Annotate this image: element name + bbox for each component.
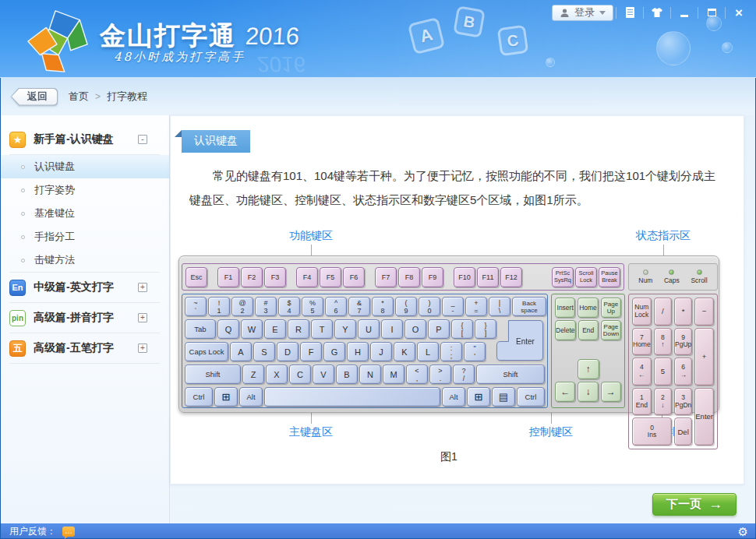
key-prtsc-sysrq: PrtScSysRq bbox=[552, 267, 574, 287]
bullet-icon bbox=[21, 259, 25, 262]
sidebar-item-4[interactable]: 手指分工 bbox=[0, 225, 169, 248]
breadcrumb-home[interactable]: 首页 bbox=[69, 90, 89, 104]
breadcrumb-bar: 返回 首页 > 打字教程 bbox=[0, 78, 756, 115]
key-c: C bbox=[289, 365, 311, 384]
deco-letter-block: C bbox=[497, 25, 529, 57]
keyboard-row-3: Caps LockASDFGHJKL:;"' bbox=[185, 342, 493, 361]
key--7: &7 bbox=[348, 297, 370, 316]
key--3: #3 bbox=[255, 297, 277, 316]
sidebar-item-2[interactable]: 打字姿势 bbox=[0, 178, 169, 202]
close-button[interactable]: × bbox=[728, 5, 750, 21]
key-f11: F11 bbox=[477, 267, 499, 287]
key-esc: Esc bbox=[185, 267, 207, 287]
key--5: %5 bbox=[302, 297, 323, 316]
key-symbol: * bbox=[674, 298, 692, 326]
expand-toggle-icon[interactable]: + bbox=[138, 313, 147, 322]
key-7-home: 7Home bbox=[632, 328, 652, 356]
deco-letter-block: A bbox=[408, 17, 445, 55]
key-tab: Tab bbox=[185, 319, 216, 339]
sidebar-item-1[interactable]: 认识键盘 bbox=[0, 155, 169, 178]
key-home: Home bbox=[578, 298, 598, 318]
led-icon bbox=[643, 270, 648, 275]
key-f1: F1 bbox=[217, 267, 239, 287]
back-button[interactable]: 返回 bbox=[11, 88, 58, 106]
key-f12: F12 bbox=[500, 267, 522, 287]
zone-label-function: 功能键区 bbox=[289, 229, 333, 243]
user-icon bbox=[560, 8, 570, 18]
key-u: U bbox=[358, 319, 380, 339]
key-symbol: ▤ bbox=[492, 387, 515, 407]
bullet-icon bbox=[21, 165, 25, 169]
sidebar-item-5[interactable]: 击键方法 bbox=[0, 248, 169, 272]
spacer bbox=[555, 343, 621, 359]
sidebar-section-3[interactable]: pin高级篇-拼音打字+ bbox=[0, 303, 169, 333]
app-title: 金山打字通 bbox=[100, 19, 236, 54]
skin-button[interactable] bbox=[646, 5, 668, 21]
key-f6: F6 bbox=[343, 267, 365, 287]
keyboard-row-5: Ctrl⊞AltAlt⊞▤Ctrl bbox=[185, 387, 545, 407]
key-capslock: Caps Lock bbox=[185, 342, 228, 361]
key-page-down: PageDown bbox=[601, 320, 621, 340]
key-ctrl: Ctrl bbox=[517, 387, 545, 407]
figure-caption: 图1 bbox=[178, 450, 719, 464]
footer-bar: 用户反馈： … ⚙ bbox=[0, 523, 756, 539]
sidebar-section-1[interactable]: ★新手篇-认识键盘- bbox=[0, 125, 169, 154]
keyboard-figure: 功能键区 状态指示区 主键盘区 控制键区 数字键区 EscF1F2F3F4F5F… bbox=[178, 229, 719, 441]
body: ★新手篇-认识键盘-认识键盘打字姿势基准键位手指分工击键方法En中级篇-英文打字… bbox=[0, 115, 756, 523]
key-symbol: ⊞ bbox=[467, 387, 490, 407]
key-t: T bbox=[311, 319, 333, 339]
maximize-button[interactable] bbox=[701, 5, 722, 21]
notes-button[interactable] bbox=[619, 5, 641, 21]
key-k: K bbox=[394, 342, 415, 361]
key-page-up: PageUp bbox=[601, 298, 621, 318]
sidebar-item-label: 击键方法 bbox=[34, 253, 75, 267]
key-enter: Enter bbox=[496, 319, 544, 361]
sidebar-section-label: 新手篇-认识键盘 bbox=[34, 132, 138, 146]
divider bbox=[643, 7, 644, 19]
sidebar-section-4[interactable]: 五高级篇-五笔打字+ bbox=[0, 333, 169, 363]
next-page-button[interactable]: 下一页 → bbox=[652, 493, 737, 516]
pin-icon: pin bbox=[9, 310, 26, 326]
key-end: End bbox=[578, 320, 599, 340]
expand-toggle-icon[interactable]: + bbox=[138, 343, 147, 353]
key--: }] bbox=[475, 319, 496, 339]
key-w: W bbox=[241, 319, 263, 339]
function-key-group: PrtScSysRqScrollLockPauseBreak bbox=[552, 267, 620, 287]
gear-icon[interactable]: ⚙ bbox=[738, 526, 748, 537]
key--6: ^6 bbox=[325, 297, 347, 316]
chevron-down-icon bbox=[599, 11, 606, 15]
key-6-: 6→ bbox=[674, 358, 692, 386]
keyboard-row-1: ~`!1@2#3$4%5^6&7*8(9)0_-+=|\Backspace bbox=[185, 297, 545, 316]
control-key-region: InsertHomePageUpDeleteEndPageDown↑←↓→ bbox=[551, 294, 625, 408]
login-button[interactable]: 登录 bbox=[552, 5, 613, 21]
key-v: V bbox=[313, 365, 334, 384]
key-h: H bbox=[347, 342, 369, 361]
lesson-paragraph: 常见的键盘有101、104键等若干种。为了便于记忆，按照功能的不同，我们把这10… bbox=[189, 164, 723, 212]
key-ctrl: Ctrl bbox=[185, 387, 213, 407]
key--: {[ bbox=[451, 319, 473, 339]
en-icon: En bbox=[9, 280, 26, 296]
function-key-region: EscF1F2F3F4F5F6F7F8F9F10F11F12PrtScSysRq… bbox=[182, 263, 624, 291]
key-f: F bbox=[300, 342, 322, 361]
titlebar: 登录 × bbox=[552, 4, 750, 21]
key-z: Z bbox=[242, 365, 264, 384]
key-2-: 2↓ bbox=[654, 388, 672, 416]
collapse-toggle-icon[interactable]: - bbox=[138, 135, 147, 144]
bullet-icon bbox=[21, 188, 25, 192]
sidebar-item-3[interactable]: 基准键位 bbox=[0, 202, 169, 225]
key-symbol: − bbox=[694, 298, 714, 326]
feedback-bubble-icon[interactable]: … bbox=[62, 527, 75, 537]
keyboard-row-2: TabQWERTYUIOP{[}] bbox=[185, 319, 493, 339]
sidebar-section-2[interactable]: En中级篇-英文打字+ bbox=[0, 273, 169, 302]
key-y: Y bbox=[334, 319, 356, 339]
zone-label-main: 主键盘区 bbox=[289, 425, 333, 439]
led-label: Caps bbox=[664, 277, 680, 284]
key-symbol: ⊞ bbox=[214, 387, 238, 407]
key-pause-break: PauseBreak bbox=[599, 267, 620, 287]
key-shift: Shift bbox=[476, 365, 545, 384]
deco-bubble bbox=[546, 58, 555, 67]
key-f7: F7 bbox=[375, 267, 397, 287]
year-reflection: 2016 bbox=[256, 51, 307, 76]
minimize-button[interactable] bbox=[673, 5, 695, 21]
expand-toggle-icon[interactable]: + bbox=[138, 283, 147, 292]
